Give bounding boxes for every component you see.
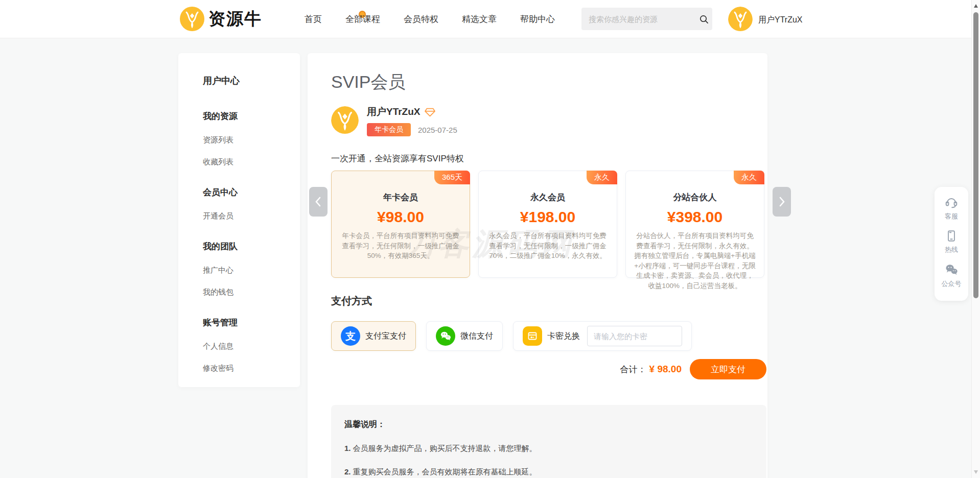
total-label: 合计： xyxy=(620,364,646,375)
sidebar-section-member-center: 会员中心 xyxy=(203,186,300,198)
float-item-official-account[interactable]: 公众号 xyxy=(942,262,962,289)
plan-price: ¥398.00 xyxy=(634,208,756,226)
member-expire-date: 2025-07-25 xyxy=(418,126,457,134)
chevron-left-icon xyxy=(314,196,322,208)
notes-title: 温馨说明： xyxy=(344,419,753,430)
sidebar-title: 用户中心 xyxy=(203,75,300,87)
total-value: ¥ 98.00 xyxy=(649,364,682,375)
sidebar-item-open-membership[interactable]: 开通会员 xyxy=(203,211,300,221)
nav-item-courses[interactable]: 全部课程 xyxy=(345,13,380,25)
search-input[interactable] xyxy=(581,8,695,30)
scrollbar-thumb[interactable] xyxy=(973,12,978,298)
user-menu[interactable]: 用户YTrZuX xyxy=(728,7,803,33)
sidebar-item-profile[interactable]: 个人信息 xyxy=(203,342,300,351)
member-level-badge: 年卡会员 xyxy=(367,123,411,136)
chevron-right-icon xyxy=(778,196,786,208)
pay-now-button[interactable]: 立即支付 xyxy=(690,359,766,379)
page-title: SVIP会员 xyxy=(331,70,767,94)
note-item: 2.重复购买会员服务，会员有效期将在原有基础上顺延。 xyxy=(344,467,753,477)
sidebar-item-change-password[interactable]: 修改密码 xyxy=(203,364,300,373)
user-center-sidebar: 用户中心 我的资源 资源列表 收藏列表 会员中心 开通会员 我的团队 推广中心 … xyxy=(178,53,300,387)
plan-tag-badge: 365天 xyxy=(434,171,470,184)
carousel-prev-button[interactable] xyxy=(309,187,328,217)
contact-float-bar: 客服 热线 公众号 xyxy=(935,187,968,301)
sidebar-item-resource-list[interactable]: 资源列表 xyxy=(203,135,300,145)
page-scrollbar[interactable] xyxy=(971,0,980,478)
plan-card-lifetime[interactable]: 永久 永久会员 ¥198.00 永久会员，平台所有项目资料均可免费查看学习，无任… xyxy=(478,171,617,278)
member-name: 用户YTrZuX xyxy=(367,105,421,118)
plan-name: 分站合伙人 xyxy=(634,192,756,203)
plan-tag-badge: 永久 xyxy=(587,171,617,184)
sidebar-section-my-team: 我的团队 xyxy=(203,241,300,252)
nav-item-vip[interactable]: 会员特权 xyxy=(404,13,438,25)
plan-tag-badge: 永久 xyxy=(734,171,764,184)
plan-price: ¥98.00 xyxy=(340,208,461,226)
nav-item-home[interactable]: 首页 xyxy=(305,13,322,25)
member-avatar xyxy=(331,106,359,136)
payment-methods: 支 支付宝支付 微信支付 xyxy=(331,321,767,351)
plan-description: 永久会员，平台所有项目资料均可免费查看学习，无任何限制，一级推广佣金70%，二级… xyxy=(487,231,609,261)
logo-text: 资源牛 xyxy=(208,8,262,31)
nav-item-help[interactable]: 帮助中心 xyxy=(520,13,555,25)
notes-box: 温馨说明： 1.会员服务为虚拟产品，购买后不支持退款，请您理解。 2.重复购买会… xyxy=(331,405,766,478)
plan-price: ¥198.00 xyxy=(487,208,609,226)
scroll-up-arrow-icon[interactable] xyxy=(974,4,978,8)
logo[interactable]: 资源牛 xyxy=(180,7,262,31)
nav-item-articles[interactable]: 精选文章 xyxy=(462,13,497,25)
carousel-next-button[interactable] xyxy=(773,187,791,217)
sidebar-item-promotion-center[interactable]: 推广中心 xyxy=(203,266,300,275)
plan-card-annual[interactable]: 365天 年卡会员 ¥98.00 年卡会员，平台所有项目资料均可免费查看学习，无… xyxy=(331,171,470,278)
scroll-down-arrow-icon[interactable] xyxy=(974,470,978,474)
plan-description: 分站合伙人，平台所有项目资料均可免费查看学习，无任何限制，永久有效。拥有独立管理… xyxy=(634,231,756,291)
plan-name: 永久会员 xyxy=(487,192,609,203)
main-nav: 首页 全部课程 会员特权 精选文章 帮助中心 xyxy=(305,0,555,38)
alipay-icon: 支 xyxy=(341,326,360,346)
svip-slogan: 一次开通，全站资源享有SVIP特权 xyxy=(331,153,767,164)
plan-description: 年卡会员，平台所有项目资料均可免费查看学习，无任何限制，一级推广佣金50%，有效… xyxy=(340,231,461,261)
checkout-row: 合计： ¥ 98.00 立即支付 xyxy=(331,359,766,379)
plan-card-partner[interactable]: 永久 分站合伙人 ¥398.00 分站合伙人，平台所有项目资料均可免费查看学习，… xyxy=(625,171,764,278)
sidebar-section-my-resources: 我的资源 xyxy=(203,110,300,122)
user-avatar xyxy=(728,7,753,33)
pay-option-wechat[interactable]: 微信支付 xyxy=(426,321,503,351)
logo-icon xyxy=(180,7,204,31)
payment-heading: 支付方式 xyxy=(331,294,767,308)
cardkey-input[interactable] xyxy=(587,326,682,346)
plan-carousel: 365天 年卡会员 ¥98.00 年卡会员，平台所有项目资料均可免费查看学习，无… xyxy=(331,171,764,278)
mobile-phone-icon xyxy=(945,229,958,243)
pay-option-alipay[interactable]: 支 支付宝支付 xyxy=(331,321,416,351)
sidebar-item-my-wallet[interactable]: 我的钱包 xyxy=(203,288,300,297)
wechat-official-icon xyxy=(944,262,959,277)
float-item-hotline[interactable]: 热线 xyxy=(945,229,958,254)
float-item-support[interactable]: 客服 xyxy=(944,195,959,221)
user-summary: 用户YTrZuX 年卡会员 2025-07-25 xyxy=(331,105,767,136)
top-navbar: 资源牛 首页 全部课程 会员特权 精选文章 帮助中心 用户YTrZuX xyxy=(0,0,971,38)
sidebar-section-account: 账号管理 xyxy=(203,317,300,328)
pay-option-cardkey[interactable]: 卡密兑换 xyxy=(513,321,692,351)
svip-panel: SVIP会员 用户YTrZuX 年卡会员 2025-07-25 一次开通，全站 xyxy=(308,53,767,478)
user-name: 用户YTrZuX xyxy=(758,15,803,26)
search-icon[interactable] xyxy=(695,8,712,30)
search-bar xyxy=(581,8,712,30)
wechat-pay-icon xyxy=(436,326,455,346)
cardkey-icon xyxy=(523,326,542,346)
note-item: 1.会员服务为虚拟产品，购买后不支持退款，请您理解。 xyxy=(344,444,753,453)
headset-icon xyxy=(944,195,959,209)
plan-name: 年卡会员 xyxy=(340,192,461,203)
vip-diamond-icon xyxy=(425,107,435,117)
sidebar-item-favorites-list[interactable]: 收藏列表 xyxy=(203,157,300,167)
